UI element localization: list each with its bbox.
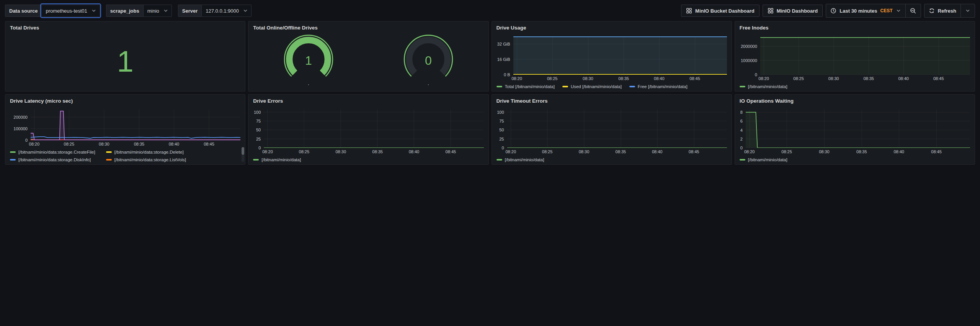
y-tick-label: 100 — [254, 110, 261, 115]
variable-data-source: Data sourceprometheus-test01 — [5, 5, 100, 17]
plot-area[interactable] — [760, 36, 970, 75]
x-axis: 08:2008:2508:3008:3508:4008:45 — [746, 149, 970, 155]
y-tick-label: 200000 — [13, 115, 28, 120]
legend-item[interactable]: Used [/bitnami/minio/data] — [562, 84, 622, 89]
y-tick-label: 32 GiB — [497, 42, 510, 46]
x-tick-label: 08:25 — [547, 76, 558, 81]
x-tick-label: 08:45 — [446, 149, 456, 154]
x-tick-label: 08:35 — [616, 149, 626, 154]
x-tick-label: 08:40 — [409, 149, 420, 154]
y-tick-label: 2000000 — [741, 44, 757, 49]
gauge-arc: 0. — [395, 32, 461, 87]
svg-text:.: . — [308, 80, 309, 86]
y-tick-label: 0 B — [504, 72, 510, 77]
legend-label: [/bitnami/minio/data:storage.ListVols] — [114, 157, 186, 162]
y-tick-label: 2 — [740, 137, 743, 141]
panel-io-operations-waiting: IO Operations Waiting8642008:2008:2508:3… — [735, 94, 975, 165]
variable-data-source-select[interactable]: prometheus-test01 — [41, 5, 100, 17]
legend-item[interactable]: [/bitnami/minio/data:storage.Delete] — [106, 150, 186, 154]
x-tick-label: 08:25 — [542, 149, 553, 154]
panel-drive-usage: Drive Usage32 GiB16 GiB0 B08:2008:2508:3… — [492, 21, 732, 92]
panel-title[interactable]: IO Operations Waiting — [735, 95, 975, 104]
panel-title[interactable]: Total Online/Offline Drives — [248, 21, 488, 31]
panel-drive-errors: Drive Errors100755025008:2008:2508:3008:… — [248, 94, 488, 165]
timezone-label: CEST — [880, 8, 893, 13]
apps-icon — [686, 8, 692, 14]
time-zoom-out-button[interactable] — [905, 4, 921, 17]
timeseries-chart: 32 GiB16 GiB0 B08:2008:2508:3008:3508:40… — [492, 36, 732, 91]
chevron-down-icon — [896, 8, 901, 13]
legend-item[interactable]: [/bitnami/minio/data:storage.DiskInfo] — [10, 157, 95, 162]
minio-bucket-dashboard-link[interactable]: MinIO Bucket Dashboard — [681, 5, 760, 17]
plot-area[interactable] — [31, 110, 240, 140]
panel-title[interactable]: Drive Usage — [492, 21, 732, 31]
panel-title[interactable]: Drive Errors — [248, 95, 488, 104]
minio-dashboard-link[interactable]: MinIO Dashboard — [763, 5, 823, 17]
y-axis: 1007550250 — [248, 110, 264, 148]
timeseries-chart: 8642008:2008:2508:3008:3508:4008:45[/bit… — [735, 110, 975, 164]
x-tick-label: 08:45 — [204, 142, 214, 146]
legend-label: [/bitnami/minio/data:storage.Delete] — [114, 150, 184, 154]
time-range-label: Last 30 minutes — [840, 8, 877, 14]
panel-title[interactable]: Free Inodes — [735, 21, 975, 31]
panel-drive-timeout-errors: Drive Timeout Errors100755025008:2008:25… — [492, 94, 732, 165]
panel-total-drives: Total Drives1 — [5, 21, 245, 92]
x-axis: 08:2008:2508:3008:3508:4008:45 — [264, 149, 483, 155]
legend: [/bitnami/minio/data:storage.CreateFile]… — [5, 147, 245, 163]
panel-title[interactable]: Total Drives — [5, 21, 245, 31]
legend-item[interactable]: [/bitnami/minio/data:storage.ListVols] — [106, 157, 186, 162]
panel-drive-latency-micro-sec: Drive Latency (micro sec)200000100000008… — [5, 94, 245, 165]
x-tick-label: 08:45 — [689, 76, 700, 81]
legend-item[interactable]: [/bitnami/minio/data] — [740, 157, 787, 162]
x-tick-label: 08:20 — [758, 76, 769, 81]
x-tick-label: 08:40 — [652, 149, 663, 154]
panel-title[interactable]: Drive Latency (micro sec) — [5, 95, 245, 104]
x-tick-label: 08:30 — [828, 76, 839, 81]
plot-area[interactable] — [264, 110, 483, 148]
y-tick-label: 1000000 — [741, 58, 757, 63]
legend-scrollbar[interactable] — [242, 147, 244, 162]
template-variables: Data sourceprometheus-test01scrape_jobsm… — [5, 5, 252, 17]
plot-area[interactable] — [507, 110, 727, 148]
legend-label: [/bitnami/minio/data] — [748, 84, 787, 89]
legend: [/bitnami/minio/data] — [735, 155, 975, 163]
legend-item[interactable]: [/bitnami/minio/data:storage.CreateFile] — [10, 150, 95, 154]
legend-item[interactable]: Free [/bitnami/minio/data] — [629, 84, 688, 89]
legend-label: [/bitnami/minio/data] — [261, 157, 301, 162]
variable-server-select[interactable]: 127.0.0.1:9000 — [201, 5, 252, 17]
y-tick-label: 0 — [25, 138, 28, 143]
timeseries-chart: 200000100000008:2008:2508:3008:3508:4008… — [5, 110, 245, 164]
variable-scrape-jobs-select[interactable]: minio — [143, 5, 172, 17]
x-tick-label: 08:35 — [863, 76, 874, 81]
legend-item[interactable]: [/bitnami/minio/data] — [740, 84, 787, 89]
legend-swatch — [740, 86, 745, 87]
y-tick-label: 6 — [740, 119, 743, 123]
refresh-button[interactable]: Refresh — [924, 4, 960, 17]
plot-area[interactable] — [746, 110, 970, 148]
y-tick-label: 0 — [258, 146, 261, 150]
y-axis: 2000001000000 — [5, 110, 31, 140]
panel-title[interactable]: Drive Timeout Errors — [492, 95, 732, 104]
legend-label: Total [/bitnami/minio/data] — [505, 84, 555, 89]
time-picker: Last 30 minutes CEST — [826, 4, 921, 18]
chevron-down-icon — [163, 8, 168, 13]
legend-item[interactable]: [/bitnami/minio/data] — [253, 157, 301, 162]
x-tick-label: 08:40 — [893, 149, 904, 154]
y-tick-label: 75 — [499, 119, 504, 123]
legend-label: [/bitnami/minio/data] — [748, 157, 787, 162]
plot-area[interactable] — [513, 36, 727, 75]
x-tick-label: 08:20 — [505, 149, 516, 154]
legend: [/bitnami/minio/data] — [735, 82, 975, 90]
x-tick-label: 08:30 — [819, 149, 830, 154]
x-tick-label: 08:45 — [933, 76, 944, 81]
y-tick-label: 75 — [256, 119, 261, 123]
legend-swatch — [106, 159, 112, 161]
legend-swatch — [106, 151, 112, 153]
time-range-button[interactable]: Last 30 minutes CEST — [826, 4, 905, 17]
refresh-interval-dropdown[interactable] — [960, 4, 975, 17]
y-tick-label: 100 — [497, 110, 504, 115]
legend-item[interactable]: Total [/bitnami/minio/data] — [497, 84, 555, 89]
apps-icon — [768, 8, 774, 14]
legend-item[interactable]: [/bitnami/minio/data] — [497, 157, 544, 162]
legend-swatch — [629, 86, 635, 87]
